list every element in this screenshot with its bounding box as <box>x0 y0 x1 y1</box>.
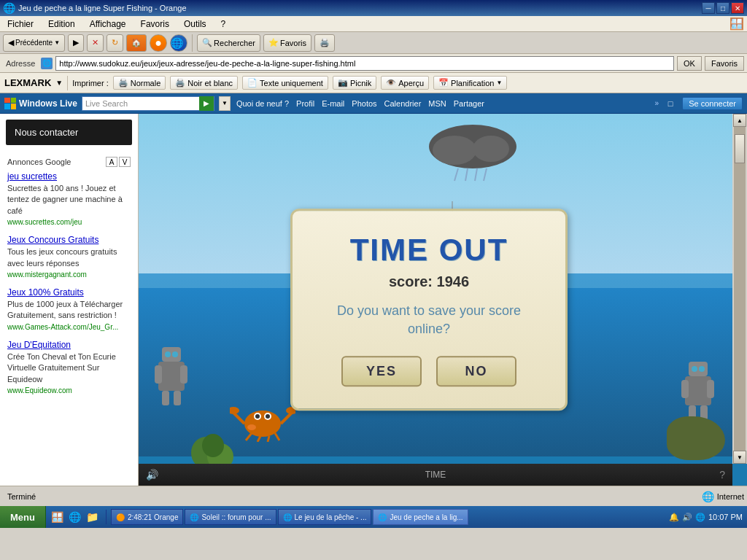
contact-button[interactable]: Nous contacter <box>6 120 132 145</box>
taskbar-app-1[interactable]: 🌐 Soleil :: forum pour ... <box>185 509 276 525</box>
planification-button[interactable]: 📅 Planification ▼ <box>433 76 507 90</box>
main-content: Nous contacter Annonces Google A V jeu s… <box>0 114 747 486</box>
app-2-icon: 🌐 <box>283 513 292 521</box>
taskbar-time: 10:07 PM <box>708 513 743 521</box>
svg-line-5 <box>475 168 477 181</box>
go-button[interactable]: OK <box>677 56 702 71</box>
lexmark-dropdown-icon[interactable]: ▼ <box>55 79 63 87</box>
menu-edition[interactable]: Edition <box>44 18 80 31</box>
dialog-buttons: YES NO <box>322 357 536 387</box>
normale-button[interactable]: 🖨️ Normale <box>113 76 166 90</box>
forward-button[interactable]: ▶ <box>68 34 84 52</box>
more-icon[interactable]: » <box>655 99 659 107</box>
scrollbar: ▲ ▼ <box>732 114 747 464</box>
email-link[interactable]: E-mail <box>320 99 346 108</box>
taskbar-sys-icon-3: 🌐 <box>695 513 705 522</box>
address-input[interactable] <box>55 56 674 71</box>
menu-affichage[interactable]: Affichage <box>85 18 131 31</box>
ad-1-title[interactable]: jeu sucrettes <box>7 171 131 182</box>
search-go-button[interactable]: ▶ <box>199 96 214 111</box>
ad-icon-a[interactable]: A <box>106 157 117 167</box>
search-dropdown-button[interactable]: ▼ <box>219 96 231 111</box>
refresh-button[interactable]: ↻ <box>107 34 123 52</box>
svg-point-35 <box>699 366 705 372</box>
close-button[interactable]: ✕ <box>731 2 744 14</box>
svg-line-3 <box>454 168 458 181</box>
profil-link[interactable]: Profil <box>295 99 316 108</box>
taskbar-app-3[interactable]: 🌐 Jeu de peche a la lig... <box>373 509 468 525</box>
search-nav-icon: 🔍 <box>202 38 212 47</box>
live-bar-right: » □ Se connecter <box>655 96 743 111</box>
ad-3-text: Plus de 1000 jeux à Télécharger Gratuite… <box>7 299 131 322</box>
orange-icon[interactable]: ● <box>150 34 167 52</box>
taskbar-app-0[interactable]: 🟠 2:48:21 Orange <box>111 509 184 525</box>
picnik-button[interactable]: 📷 Picnik <box>333 76 376 90</box>
svg-rect-31 <box>707 380 714 398</box>
scroll-thumb[interactable] <box>735 134 745 163</box>
apercu-button[interactable]: 👁️ Aperçu <box>381 76 429 90</box>
ad-1-text: Sucrettes à 100 ans ! Jouez et tentez de… <box>7 183 131 217</box>
home-button[interactable]: 🏠 <box>126 34 147 52</box>
menu-favoris[interactable]: Favoris <box>136 18 174 31</box>
planification-label: Planification <box>451 79 494 88</box>
svg-line-48 <box>275 433 279 440</box>
sound-icon[interactable]: 🔊 <box>146 469 158 481</box>
print-nav-button[interactable]: 🖨️ <box>314 34 335 52</box>
svg-rect-25 <box>174 391 181 405</box>
ad-icon-v[interactable]: V <box>119 157 131 167</box>
back-button[interactable]: ◀ Précédente ▼ <box>3 34 65 52</box>
ie-icon[interactable]: 🌐 <box>170 34 187 52</box>
favorites-nav-button[interactable]: ⭐ Favoris <box>263 34 311 52</box>
favorites-nav-icon: ⭐ <box>268 38 279 47</box>
stop-button[interactable]: ✕ <box>87 34 104 52</box>
minimize-button[interactable]: ─ <box>702 2 715 14</box>
partager-link[interactable]: Partager <box>452 99 486 108</box>
scroll-down-button[interactable]: ▼ <box>733 451 746 464</box>
connect-button[interactable]: Se connecter <box>682 97 743 110</box>
live-icon-btn[interactable]: □ <box>663 96 678 111</box>
normale-label: Normale <box>131 79 161 88</box>
ad-2-text: Tous les jeux concours gratuits avec leu… <box>7 246 131 269</box>
window-title: Jeu de peche a la ligne Super Fishing - … <box>18 4 187 12</box>
orange-logo: ● <box>155 36 162 50</box>
msn-link[interactable]: MSN <box>427 99 447 108</box>
noir-blanc-icon: 🖨️ <box>175 78 185 88</box>
menu-bar: Fichier Edition Affichage Favoris Outils… <box>0 16 747 32</box>
help-icon[interactable]: ? <box>719 469 725 481</box>
taskbar-folder-icon[interactable]: 📁 <box>85 510 100 524</box>
ad-2-title[interactable]: Jeux Concours Gratuits <box>7 235 131 245</box>
no-button[interactable]: NO <box>436 357 516 387</box>
yes-button[interactable]: YES <box>341 357 422 387</box>
calendrier-link[interactable]: Calendrier <box>383 99 423 108</box>
search-nav-button[interactable]: 🔍 Rechercher <box>197 34 260 52</box>
photos-link[interactable]: Photos <box>350 99 378 108</box>
scroll-up-button[interactable]: ▲ <box>733 114 746 127</box>
search-nav-label: Rechercher <box>214 39 255 47</box>
texte-button[interactable]: 📄 Texte uniquement <box>242 76 328 90</box>
menu-help[interactable]: ? <box>217 18 231 31</box>
menu-outils[interactable]: Outils <box>179 18 211 31</box>
ad-3-url: www.Games-Attack.com/Jeu_Gr... <box>7 323 131 331</box>
quoi-neuf-link[interactable]: Quoi de neuf ? <box>235 99 290 108</box>
taskbar-flag-icon[interactable]: 🪟 <box>50 510 65 524</box>
search-input[interactable] <box>82 97 199 110</box>
taskbar-sys-icon-2: 🔊 <box>682 513 692 522</box>
apercu-label: Aperçu <box>398 79 424 88</box>
taskbar-ie-icon[interactable]: 🌐 <box>68 510 82 524</box>
taskbar: Menu 🪟 🌐 📁 🟠 2:48:21 Orange 🌐 Soleil :: … <box>0 506 747 528</box>
taskbar-app-2[interactable]: 🌐 Le jeu de la pêche - ... <box>278 509 372 525</box>
svg-line-6 <box>484 168 487 181</box>
windows-live-toolbar: Windows Live ▶ ▼ Quoi de neuf ? Profil E… <box>0 93 747 114</box>
ad-4-title[interactable]: Jeu D'Equitation <box>7 340 131 350</box>
maximize-button[interactable]: □ <box>716 2 729 14</box>
score-label: score: <box>389 273 433 289</box>
start-button[interactable]: Menu <box>0 506 46 528</box>
address-bar: Adresse 🌐 OK Favoris <box>0 54 747 73</box>
ad-3-title[interactable]: Jeux 100% Gratuits <box>7 287 131 298</box>
noir-blanc-button[interactable]: 🖨️ Noir et blanc <box>170 76 238 90</box>
menu-fichier[interactable]: Fichier <box>3 18 38 31</box>
status-text: Terminé <box>3 492 40 501</box>
favorites-button[interactable]: Favoris <box>705 56 744 71</box>
ad-1-url: www.sucrettes.com/jeu <box>7 218 131 226</box>
svg-point-2 <box>473 136 509 162</box>
